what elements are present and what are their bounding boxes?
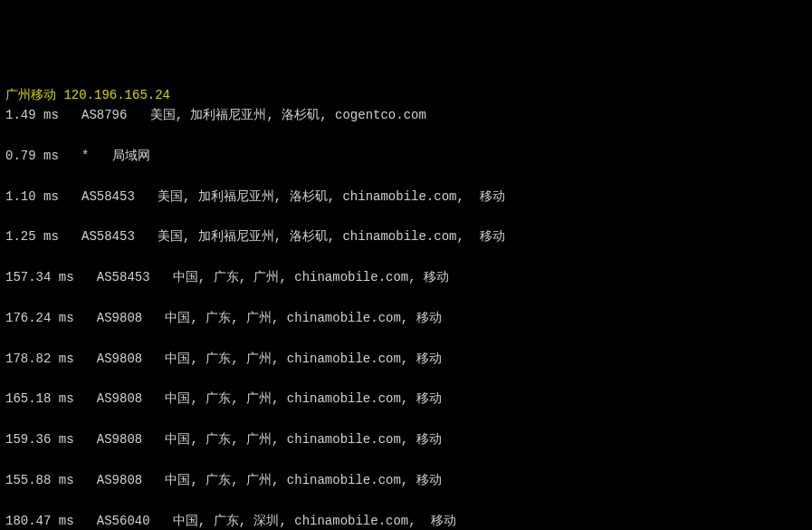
trace-hop: 0.79 ms * 局域网 bbox=[5, 146, 807, 166]
trace-hop: 1.49 ms AS8796 美国, 加利福尼亚州, 洛杉矶, cogentco… bbox=[5, 105, 807, 125]
trace-hop: 155.88 ms AS9808 中国, 广东, 广州, chinamobile… bbox=[5, 470, 807, 490]
trace-hop: 1.10 ms AS58453 美国, 加利福尼亚州, 洛杉矶, chinamo… bbox=[5, 187, 807, 207]
trace-header: 广州移动 120.196.165.24 bbox=[5, 85, 807, 105]
trace-hop: 178.82 ms AS9808 中国, 广东, 广州, chinamobile… bbox=[5, 349, 807, 369]
trace-hop: 157.34 ms AS58453 中国, 广东, 广州, chinamobil… bbox=[5, 267, 807, 287]
trace-header-ip: 120.196.165.24 bbox=[63, 88, 170, 102]
trace-hop: 165.18 ms AS9808 中国, 广东, 广州, chinamobile… bbox=[5, 389, 807, 409]
trace-hop: 159.36 ms AS9808 中国, 广东, 广州, chinamobile… bbox=[5, 429, 807, 449]
trace-hop: 180.47 ms AS56040 中国, 广东, 深圳, chinamobil… bbox=[5, 511, 807, 530]
trace-hop: 1.25 ms AS58453 美国, 加利福尼亚州, 洛杉矶, chinamo… bbox=[5, 226, 807, 246]
trace-hop: 176.24 ms AS9808 中国, 广东, 广州, chinamobile… bbox=[5, 308, 807, 328]
trace-header-location: 广州移动 bbox=[5, 88, 63, 102]
